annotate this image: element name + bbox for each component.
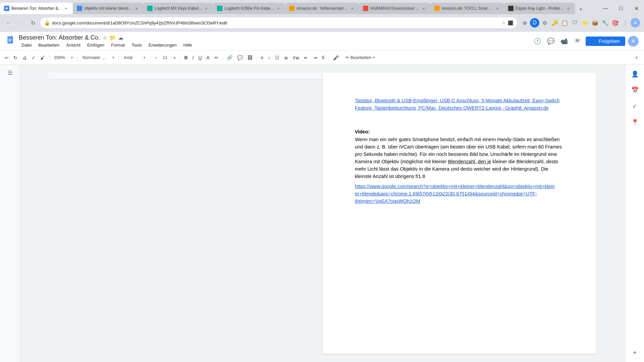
redo-button[interactable]: ↻ bbox=[11, 53, 19, 62]
increase-indent-button[interactable]: ⇥ bbox=[311, 53, 319, 62]
voice-input-button[interactable]: 🎤 bbox=[331, 53, 341, 62]
toolbar-separator-4 bbox=[150, 54, 150, 61]
menu-hilfe[interactable]: Hilfe bbox=[181, 42, 195, 48]
star-title-icon[interactable]: ☆ bbox=[103, 35, 107, 41]
sidebar-right-add-button[interactable]: + bbox=[630, 347, 640, 358]
outline-toggle-button[interactable]: ☰ bbox=[5, 67, 15, 78]
star-icon[interactable]: ☆ bbox=[501, 20, 506, 25]
menu-erweiterungen[interactable]: Erweiterungen bbox=[146, 42, 179, 48]
tab-huemihui[interactable]: HUEMIHUI Dreamcolour ... ✕ bbox=[359, 3, 430, 14]
minimize-button[interactable]: — bbox=[598, 3, 613, 14]
font-size-increase[interactable]: + bbox=[171, 53, 178, 62]
sidebar-right-icon-4[interactable]: 📍 bbox=[630, 117, 640, 128]
menu-bearbeiten[interactable]: Bearbeiten bbox=[36, 42, 62, 48]
print-button[interactable]: 🖨 bbox=[20, 53, 29, 62]
tab-logitech-k280[interactable]: Logitech K280e Pro Kabe... ✕ bbox=[213, 3, 285, 14]
bold-button[interactable]: B bbox=[182, 53, 190, 62]
menu-format[interactable]: Format bbox=[108, 42, 127, 48]
tab-close-4[interactable]: ✕ bbox=[276, 6, 281, 11]
ext-icon-2[interactable]: D bbox=[530, 18, 539, 27]
tab-close-2[interactable]: ✕ bbox=[134, 6, 139, 11]
ext-icon-3[interactable]: ⚙ bbox=[540, 18, 549, 27]
view-mode-icon[interactable]: 👁 bbox=[572, 36, 583, 47]
tab-close-6[interactable]: ✕ bbox=[421, 6, 426, 11]
tab-close-docs[interactable]: ✕ bbox=[63, 6, 69, 11]
tab-elgato[interactable]: Elgato Key Light - Profes... ✕ bbox=[504, 3, 575, 14]
browser-profile-avatar[interactable]: A bbox=[631, 18, 640, 27]
tab-amazon-hoehen[interactable]: Amazon.de : höhenverstell... ✕ bbox=[285, 3, 359, 14]
style-dropdown[interactable]: Normaler ... ▾ bbox=[80, 53, 117, 62]
share-button[interactable]: 👤 Freigeben bbox=[586, 37, 625, 46]
menu-einfuegen[interactable]: Einfügen bbox=[85, 42, 107, 48]
back-button[interactable]: ← bbox=[4, 18, 13, 27]
sidebar-right-icon-3[interactable]: ✓ bbox=[630, 101, 640, 112]
tab-close-3[interactable]: ✕ bbox=[204, 6, 209, 11]
folder-icon[interactable]: 📁 bbox=[109, 35, 116, 41]
maximize-button[interactable]: ☐ bbox=[613, 3, 629, 14]
tab-amazon-tocll[interactable]: Amazon.de: TOCLL Smart ... ✕ bbox=[430, 3, 504, 14]
font-size-decrease[interactable]: − bbox=[152, 53, 159, 62]
docs-app: Besseren Ton: Absorber & Co. ☆ 📁 ☁ Datei… bbox=[0, 32, 644, 362]
docs-content-area[interactable]: Tastatur, Bluetooth & USB-Empfänger, USB… bbox=[20, 65, 625, 362]
bookmark-icon[interactable]: ⬛ bbox=[508, 20, 513, 25]
underline-button[interactable]: U bbox=[196, 53, 204, 62]
last-edit-icon[interactable]: 🕐 bbox=[532, 36, 543, 47]
tab-docs[interactable]: Besseren Ton: Absorber &... ✕ bbox=[0, 3, 73, 14]
font-size-input[interactable]: 11 bbox=[160, 53, 170, 62]
ext-icon-7[interactable]: ⭐ bbox=[580, 18, 590, 27]
link-button[interactable]: 🔗 bbox=[225, 53, 234, 62]
toolbar-collapse-button[interactable]: ∧ bbox=[632, 53, 641, 62]
tab-close-5[interactable]: ✕ bbox=[350, 6, 355, 11]
sidebar-right-icon-2[interactable]: 📅 bbox=[630, 85, 640, 96]
close-button[interactable]: ✕ bbox=[629, 3, 644, 14]
docs-sidebar-right: 👤 📅 ✓ 📍 + bbox=[625, 65, 644, 362]
spellcheck-button[interactable]: ✓ bbox=[30, 53, 38, 62]
ext-icon-8[interactable]: 📦 bbox=[590, 18, 600, 27]
cloud-icon[interactable]: ☁ bbox=[118, 35, 123, 41]
docs-menu-bar: Datei Bearbeiten Ansicht Einfügen Format… bbox=[19, 42, 532, 48]
bullet-list-button[interactable]: ≣ bbox=[282, 53, 290, 62]
text-color-button[interactable]: A bbox=[205, 53, 212, 62]
refresh-button[interactable]: ↻ bbox=[28, 18, 38, 27]
tab-objektiv[interactable]: objektiv mit kleiner blend... ✕ bbox=[73, 3, 143, 14]
font-dropdown[interactable]: Arial ▾ bbox=[121, 53, 148, 62]
comments-icon[interactable]: 💬 bbox=[545, 36, 556, 47]
toolbar-separator-3 bbox=[119, 54, 119, 61]
undo-button[interactable]: ↩ bbox=[3, 53, 11, 62]
ext-icon-11[interactable]: ⋮ bbox=[621, 18, 630, 27]
ext-icon-4[interactable]: 🔑 bbox=[550, 18, 559, 27]
paint-format-button[interactable]: 🖌 bbox=[38, 53, 47, 62]
edit-mode-dropdown[interactable]: ✏ Bearbeiten ▾ bbox=[343, 54, 377, 61]
list-check-button[interactable]: ☑ bbox=[273, 53, 281, 62]
edit-mode-arrow: ▾ bbox=[373, 56, 375, 59]
tab-logitech-mx[interactable]: Logitech MX Keys Kabel... ✕ bbox=[143, 3, 213, 14]
ext-icon-9[interactable]: 🔧 bbox=[600, 18, 610, 27]
menu-datei[interactable]: Datei bbox=[19, 42, 34, 48]
menu-tools[interactable]: Tools bbox=[129, 42, 144, 48]
tab-close-8[interactable]: ✕ bbox=[566, 6, 571, 11]
ext-icon-1[interactable]: ⊕ bbox=[520, 18, 529, 27]
meet-icon[interactable]: 📹 bbox=[559, 36, 570, 47]
menu-ansicht[interactable]: Ansicht bbox=[63, 42, 83, 48]
tab-close-7[interactable]: ✕ bbox=[495, 6, 500, 11]
address-bar[interactable]: 🔒 docs.google.com/document/d/1aD8O9YcinZ… bbox=[40, 17, 517, 28]
google-search-link[interactable]: https://www.google.com/search?q=objektiv… bbox=[355, 184, 555, 204]
align-button[interactable]: ≡ bbox=[259, 53, 265, 62]
zoom-dropdown[interactable]: 200% ▾ bbox=[51, 53, 75, 62]
comment-button[interactable]: 💬 bbox=[235, 53, 245, 62]
sidebar-right-icon-1[interactable]: 👤 bbox=[630, 69, 640, 79]
ext-icon-5[interactable]: 📋 bbox=[560, 18, 570, 27]
italic-button[interactable]: I bbox=[191, 53, 196, 62]
clear-format-button[interactable]: T̶ bbox=[320, 53, 327, 62]
ordered-list-button[interactable]: #≣ bbox=[291, 53, 302, 62]
ext-icon-6[interactable]: 🛡 bbox=[570, 18, 580, 27]
ext-icon-10[interactable]: 🎯 bbox=[610, 18, 620, 27]
amazon-link[interactable]: Tastatur, Bluetooth & USB-Empfänger, USB… bbox=[355, 98, 559, 111]
user-avatar[interactable]: A bbox=[628, 36, 639, 47]
line-spacing-button[interactable]: ↕ bbox=[266, 53, 272, 62]
forward-button[interactable]: → bbox=[16, 18, 25, 27]
highlight-button[interactable]: ✏ bbox=[212, 53, 220, 62]
image-button[interactable]: 🖼 bbox=[246, 53, 254, 62]
new-tab-button[interactable]: + bbox=[576, 5, 586, 14]
decrease-indent-button[interactable]: ⇤ bbox=[302, 53, 310, 62]
